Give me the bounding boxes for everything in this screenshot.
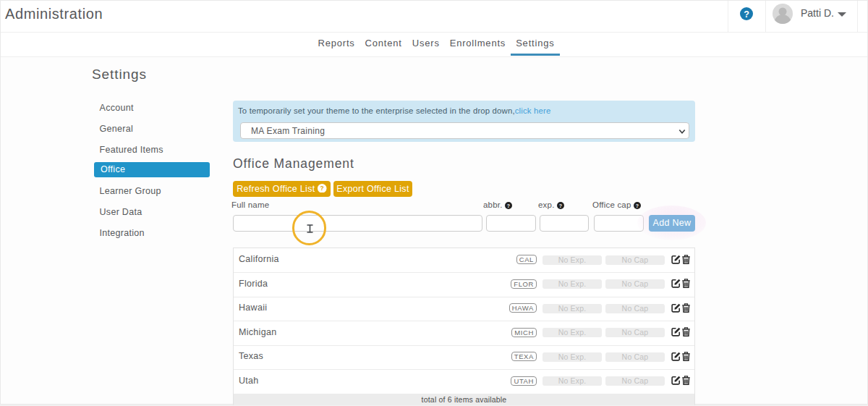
svg-text:?: ? [636,203,639,208]
svg-text:?: ? [507,203,510,208]
svg-text:?: ? [320,185,324,192]
svg-text:?: ? [744,9,749,20]
svg-text:?: ? [559,203,562,208]
